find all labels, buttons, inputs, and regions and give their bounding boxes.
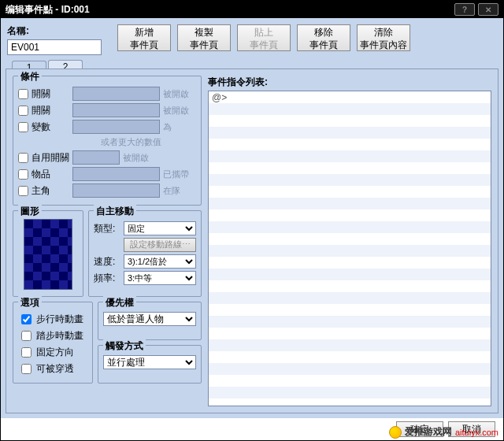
cond-actor-field[interactable] <box>72 183 160 198</box>
move-freq-select[interactable]: 3:中等 <box>124 271 196 285</box>
cond-variable-check[interactable] <box>18 122 28 132</box>
paste-page-button: 貼上 事件頁 <box>237 24 291 51</box>
site-url: aituiyx.com <box>455 428 498 437</box>
close-button[interactable]: ✕ <box>478 3 498 16</box>
priority-legend: 優先權 <box>103 296 136 309</box>
copy-page-button[interactable]: 複製 事件頁 <box>177 24 231 51</box>
cond-item-check[interactable] <box>18 169 28 180</box>
name-label: 名稱: <box>7 24 109 38</box>
clear-page-button[interactable]: 清除 事件頁內容 <box>357 24 410 51</box>
site-logo-icon <box>389 426 402 439</box>
command-list[interactable]: @> <box>208 91 491 406</box>
move-route-button: 設定移動路線⋯ <box>124 238 196 252</box>
conditions-group: 條件 開關被開啟 開關被開啟 變數為 或者更大的數值 自用開關被開啟 物品已攜帶… <box>13 76 202 206</box>
trigger-group: 觸發方式 並行處理 <box>98 345 202 384</box>
delete-page-button[interactable]: 移除 事件頁 <box>297 24 350 51</box>
cond-selfswitch-check[interactable] <box>18 153 28 163</box>
help-button[interactable]: ? <box>454 3 475 16</box>
move-type-select[interactable]: 固定 <box>124 221 196 235</box>
cond-variable-field[interactable] <box>72 120 160 134</box>
name-input[interactable] <box>7 39 102 55</box>
trigger-select[interactable]: 並行處理 <box>103 355 196 369</box>
window-title: 编辑事件點 - ID:001 <box>6 3 90 17</box>
opt-walk-anim[interactable] <box>21 314 32 324</box>
move-legend: 自主移動 <box>94 205 136 218</box>
graphic-legend: 圖形 <box>18 205 42 218</box>
cond-actor-check[interactable] <box>18 186 28 196</box>
trigger-legend: 觸發方式 <box>103 339 146 353</box>
site-name: 爱推游戏网 <box>405 425 452 439</box>
conditions-legend: 條件 <box>18 70 42 83</box>
opt-dirfix[interactable] <box>21 347 32 358</box>
priority-group: 優先權 低於普通人物 <box>98 302 202 340</box>
command-list-label: 事件指令列表: <box>208 76 491 89</box>
cond-item-field[interactable] <box>72 167 160 181</box>
cond-switch1-field[interactable] <box>72 87 160 101</box>
watermark: 爱推游戏网 aituiyx.com <box>389 425 498 439</box>
new-page-button[interactable]: 新增 事件頁 <box>117 24 171 51</box>
cond-switch2-check[interactable] <box>18 106 28 116</box>
titlebar: 编辑事件點 - ID:001 ? ✕ <box>1 1 503 18</box>
priority-select[interactable]: 低於普通人物 <box>103 312 196 326</box>
autonomous-move-group: 自主移動 類型:固定 設定移動路線⋯ 速度:3):1/2倍於 頻率:3:中等 <box>88 210 202 297</box>
opt-through[interactable] <box>21 364 32 374</box>
graphic-preview[interactable] <box>24 219 72 290</box>
cond-selfswitch-field[interactable] <box>72 150 120 165</box>
cond-switch2-field[interactable] <box>72 103 160 117</box>
move-speed-select[interactable]: 3):1/2倍於 <box>124 254 196 269</box>
options-group: 選項 步行時動畫 踏步時動畫 固定方向 可被穿透 <box>13 302 93 384</box>
cond-variable-subhint: 或者更大的數值 <box>18 136 196 148</box>
options-legend: 選項 <box>18 296 42 309</box>
cond-switch1-check[interactable] <box>18 89 28 99</box>
opt-step-anim[interactable] <box>21 331 32 341</box>
command-line-0[interactable]: @> <box>212 92 227 103</box>
graphic-group: 圖形 <box>13 210 83 297</box>
